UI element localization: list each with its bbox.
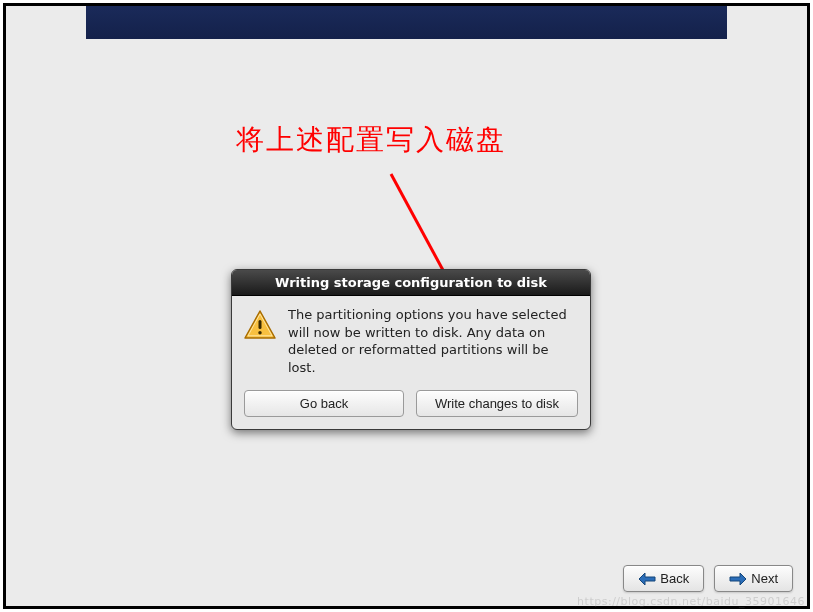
- next-button[interactable]: Next: [714, 565, 793, 592]
- dialog-title: Writing storage configuration to disk: [232, 270, 590, 296]
- annotation-text: 将上述配置写入磁盘: [236, 121, 506, 159]
- svg-rect-4: [259, 320, 262, 329]
- confirm-dialog: Writing storage configuration to disk Th…: [231, 269, 591, 430]
- go-back-button[interactable]: Go back: [244, 390, 404, 417]
- dialog-message: The partitioning options you have select…: [288, 306, 576, 376]
- next-button-label: Next: [751, 571, 778, 586]
- svg-point-5: [258, 331, 261, 334]
- installer-window: 将上述配置写入磁盘 Writing storage configuration …: [3, 3, 810, 609]
- back-button-label: Back: [660, 571, 689, 586]
- warning-icon: [242, 308, 278, 344]
- back-button[interactable]: Back: [623, 565, 704, 592]
- top-banner: [86, 6, 727, 39]
- watermark-text: https://blog.csdn.net/baidu_35901646: [577, 595, 805, 608]
- arrow-left-icon: [638, 572, 656, 586]
- dialog-body: The partitioning options you have select…: [232, 296, 590, 384]
- nav-button-row: Back Next: [623, 565, 793, 592]
- write-changes-button[interactable]: Write changes to disk: [416, 390, 578, 417]
- arrow-right-icon: [729, 572, 747, 586]
- dialog-button-row: Go back Write changes to disk: [232, 384, 590, 429]
